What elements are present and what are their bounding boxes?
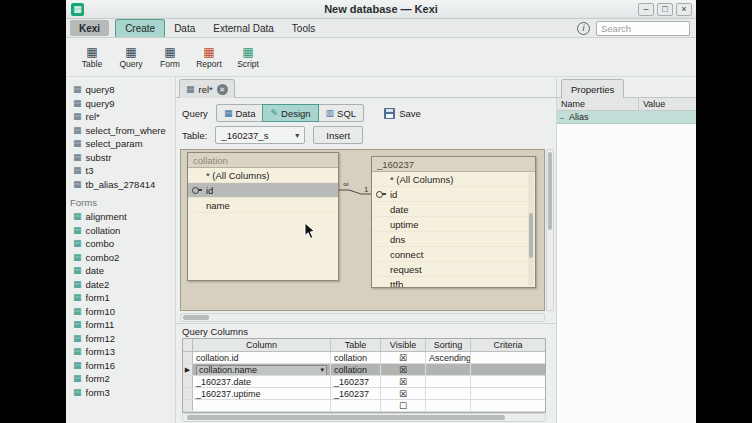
table-box-collation[interactable]: collation * (All Columns)idname (187, 152, 339, 281)
sidebar-item-combo2[interactable]: ▦combo2 (66, 251, 175, 265)
field-dns[interactable]: dns (372, 232, 535, 247)
table-box-scrollbar[interactable] (528, 173, 534, 286)
qc-criteria-cell[interactable] (471, 400, 545, 411)
qc-sorting-cell[interactable] (426, 400, 471, 411)
sidebar-item-rel[interactable]: ▦rel* (66, 110, 175, 124)
maximize-button[interactable]: □ (657, 3, 673, 16)
qc-criteria-cell[interactable] (471, 352, 545, 363)
toolbar-script-button[interactable]: ▦Script (230, 41, 266, 74)
sidebar-item-combo[interactable]: ▦combo (66, 237, 175, 251)
menu-tab-create[interactable]: Create (115, 19, 165, 37)
qc-sorting-cell[interactable] (426, 364, 471, 375)
qc-table-cell[interactable]: collation (331, 364, 381, 375)
table-combobox[interactable]: _160237_s ▾ (215, 126, 305, 144)
design-view-button[interactable]: ✎Design (262, 104, 318, 122)
qc-column-cell[interactable]: _160237.uptime (193, 388, 331, 399)
sidebar-item-collation[interactable]: ▦collation (66, 224, 175, 238)
visible-checkbox[interactable]: ☒ (381, 352, 426, 363)
menu-tab-data[interactable]: Data (165, 19, 204, 37)
query-column-row[interactable]: ▶collation.name▾collation☒ (183, 364, 545, 376)
qc-table-cell[interactable] (331, 400, 381, 411)
search-input[interactable] (596, 21, 690, 36)
canvas-vertical-scrollbar[interactable] (546, 149, 554, 311)
sidebar-item-form13[interactable]: ▦form13 (66, 345, 175, 359)
toolbar-query-button[interactable]: ▦Query (113, 41, 149, 74)
query-column-row[interactable]: _160237.uptime_160237☒ (183, 388, 545, 400)
property-row-alias[interactable]: –Alias (557, 111, 696, 124)
close-button[interactable]: × (676, 3, 692, 16)
sidebar-item-form1[interactable]: ▦form1 (66, 291, 175, 305)
toolbar-report-button[interactable]: ▦Report (191, 41, 227, 74)
table-box-title[interactable]: collation (188, 153, 338, 168)
sidebar-item-form10[interactable]: ▦form10 (66, 305, 175, 319)
info-icon[interactable]: i (577, 22, 590, 35)
insert-button[interactable]: Insert (313, 126, 363, 144)
query-column-row[interactable]: collation.idcollation☒Ascending (183, 352, 545, 364)
field-date[interactable]: date (372, 202, 535, 217)
menu-tab-external-data[interactable]: External Data (204, 19, 283, 37)
qc-column-cell[interactable]: collation.id (193, 352, 331, 363)
sidebar-item-select-param[interactable]: ▦select_param (66, 137, 175, 151)
field-ttfb[interactable]: ttfb (372, 277, 535, 288)
minimize-button[interactable]: – (638, 3, 654, 16)
table-box-title[interactable]: _160237 (372, 157, 535, 172)
kexi-menu-button[interactable]: Kexi (70, 20, 109, 36)
field-all-columns[interactable]: * (All Columns) (372, 172, 535, 187)
field-uptime[interactable]: uptime (372, 217, 535, 232)
data-view-button[interactable]: ▦Data (216, 104, 264, 122)
close-icon[interactable]: ✕ (217, 84, 228, 95)
menu-tab-tools[interactable]: Tools (283, 19, 324, 37)
field-id[interactable]: id (188, 183, 338, 198)
canvas-horizontal-scrollbar[interactable] (180, 313, 545, 322)
field-request[interactable]: request (372, 262, 535, 277)
tab-properties[interactable]: Properties (561, 79, 624, 98)
visible-checkbox[interactable]: ☒ (381, 364, 426, 375)
qc-sorting-cell[interactable]: Ascending (426, 352, 471, 363)
save-button[interactable]: Save (380, 106, 425, 121)
sql-view-button[interactable]: ▥SQL (318, 104, 365, 122)
table-box-160237[interactable]: _160237 * (All Columns)iddateuptimednsco… (371, 156, 536, 288)
qc-column-cell[interactable]: collation.name▾ (193, 364, 331, 375)
sidebar-item-select-from-where[interactable]: ▦select_from_where (66, 124, 175, 138)
sidebar-item-query8[interactable]: ▦query8 (66, 83, 175, 97)
sidebar-item-form2[interactable]: ▦form2 (66, 372, 175, 386)
visible-checkbox[interactable]: ☒ (381, 388, 426, 399)
query-column-row[interactable]: ☐ (183, 400, 545, 412)
qc-header-column[interactable]: Column (193, 339, 331, 351)
qc-table-cell[interactable]: _160237 (331, 388, 381, 399)
column-combobox[interactable]: collation.name▾ (196, 365, 327, 376)
field-all-columns[interactable]: * (All Columns) (188, 168, 338, 183)
qc-header-criteria[interactable]: Criteria (471, 339, 545, 351)
field-name[interactable]: name (188, 198, 338, 213)
qc-header-sorting[interactable]: Sorting (426, 339, 471, 351)
qc-header-visible[interactable]: Visible (381, 339, 426, 351)
sidebar-item-alignment[interactable]: ▦alignment (66, 210, 175, 224)
qc-criteria-cell[interactable] (471, 364, 545, 375)
qc-sorting-cell[interactable] (426, 388, 471, 399)
sidebar-item-form11[interactable]: ▦form11 (66, 318, 175, 332)
sidebar-item-query9[interactable]: ▦query9 (66, 97, 175, 111)
sidebar-item-form16[interactable]: ▦form16 (66, 359, 175, 373)
editor-tab-rel[interactable]: ▦ rel* ✕ (179, 79, 235, 98)
sidebar-item-form3[interactable]: ▦form3 (66, 386, 175, 400)
title-bar[interactable]: ▦ New database — Kexi –□× (66, 0, 696, 19)
qc-column-cell[interactable] (193, 400, 331, 411)
toolbar-table-button[interactable]: ▦Table (74, 41, 110, 74)
field-id[interactable]: id (372, 187, 535, 202)
qc-table-cell[interactable]: _160237 (331, 376, 381, 387)
sidebar-item-substr[interactable]: ▦substr (66, 151, 175, 165)
qc-sorting-cell[interactable] (426, 376, 471, 387)
qc-criteria-cell[interactable] (471, 376, 545, 387)
sidebar-item-form12[interactable]: ▦form12 (66, 332, 175, 346)
collapse-icon[interactable]: – (557, 113, 567, 122)
sidebar-item-t3[interactable]: ▦t3 (66, 164, 175, 178)
qc-header-table[interactable]: Table (331, 339, 381, 351)
qc-table-cell[interactable]: collation (331, 352, 381, 363)
sidebar-item-date2[interactable]: ▦date2 (66, 278, 175, 292)
query-column-row[interactable]: _160237.date_160237☒ (183, 376, 545, 388)
grid-horizontal-scrollbar[interactable] (182, 413, 546, 422)
field-connect[interactable]: connect (372, 247, 535, 262)
toolbar-form-button[interactable]: ▦Form (152, 41, 188, 74)
sidebar-item-date[interactable]: ▦date (66, 264, 175, 278)
visible-checkbox[interactable]: ☒ (381, 376, 426, 387)
